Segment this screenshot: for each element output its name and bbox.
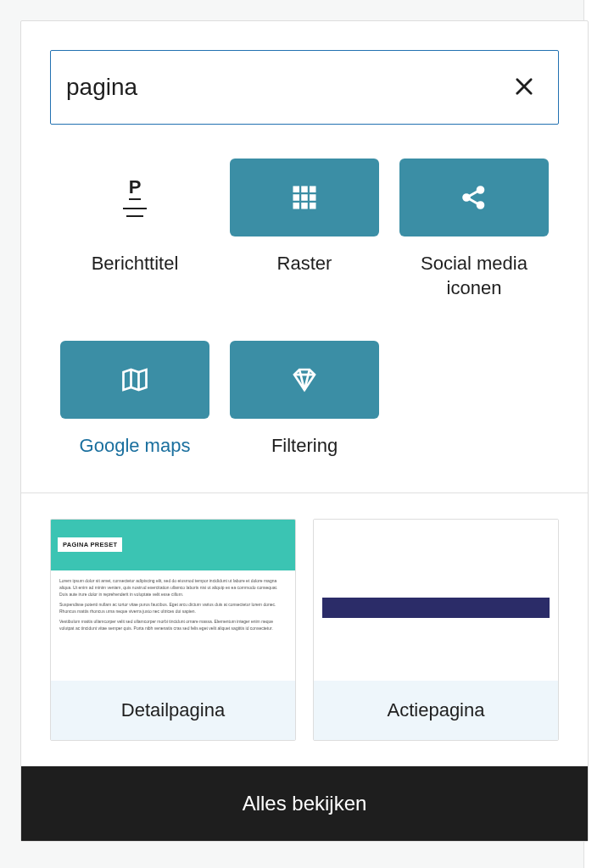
block-label: Filtering [271, 434, 338, 459]
block-berichttitel[interactable]: P Berichttitel [50, 159, 220, 300]
svg-rect-9 [301, 203, 308, 209]
svg-rect-4 [310, 186, 316, 193]
pattern-actiepagina[interactable]: Actiepagina [313, 519, 559, 741]
preset-title: PAGINA PRESET [58, 537, 122, 552]
svg-rect-10 [310, 203, 316, 209]
block-social-media-iconen[interactable]: Social media iconen [389, 159, 559, 300]
diamond-icon [230, 341, 379, 419]
svg-rect-7 [310, 194, 316, 201]
svg-rect-8 [293, 203, 300, 209]
pattern-preview [314, 520, 558, 681]
svg-point-13 [477, 203, 483, 209]
svg-point-12 [477, 187, 483, 193]
map-icon [60, 341, 209, 419]
pattern-label: Detailpagina [51, 681, 295, 740]
svg-point-11 [464, 195, 470, 201]
svg-rect-2 [293, 186, 300, 193]
patterns-row: PAGINA PRESET Lorem ipsum dolor sit amet… [21, 493, 588, 741]
block-inserter-panel: P Berichttitel Raster [20, 20, 589, 842]
view-all-label: Alles bekijken [243, 792, 367, 815]
clear-search-button[interactable] [505, 68, 543, 108]
post-title-icon: P [60, 159, 209, 236]
svg-line-14 [469, 192, 478, 197]
block-google-maps[interactable]: Google maps [50, 341, 220, 459]
svg-line-15 [469, 199, 478, 204]
block-label: Raster [277, 252, 332, 276]
block-label: Google maps [80, 434, 191, 459]
pattern-preview: PAGINA PRESET Lorem ipsum dolor sit amet… [51, 520, 295, 681]
block-raster[interactable]: Raster [220, 159, 389, 300]
block-label: Berichttitel [92, 252, 179, 276]
search-container [21, 21, 588, 125]
block-filtering[interactable]: Filtering [220, 341, 389, 459]
share-icon [399, 159, 549, 236]
search-box [50, 50, 559, 125]
close-icon [512, 75, 536, 101]
svg-rect-5 [293, 194, 300, 201]
blocks-grid: P Berichttitel Raster [21, 125, 588, 492]
grid-icon [230, 159, 379, 236]
pattern-detailpagina[interactable]: PAGINA PRESET Lorem ipsum dolor sit amet… [50, 519, 296, 741]
block-label: Social media iconen [394, 252, 554, 300]
search-input[interactable] [66, 74, 505, 101]
preview-bar [322, 598, 550, 618]
view-all-button[interactable]: Alles bekijken [21, 766, 588, 841]
svg-rect-6 [301, 194, 308, 201]
svg-rect-3 [301, 186, 308, 193]
pattern-label: Actiepagina [314, 681, 558, 740]
